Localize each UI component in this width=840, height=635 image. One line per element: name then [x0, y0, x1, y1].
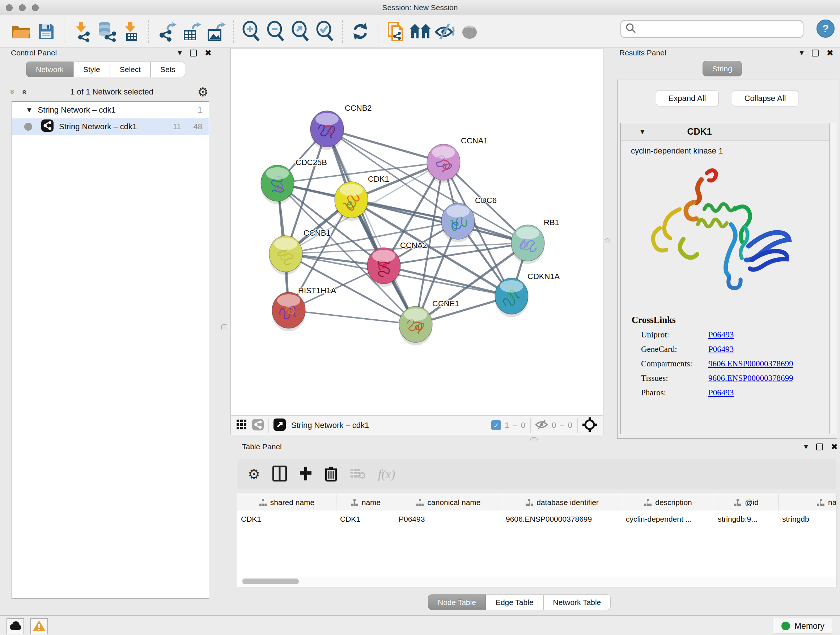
crosslink-tissues[interactable]: 9606.ENSP00000378699 [708, 374, 793, 383]
gene-expand-icon[interactable]: ▼ [640, 128, 645, 135]
duplicate-network-icon [386, 21, 405, 42]
zoom-window-button[interactable] [32, 4, 39, 11]
network-collection-row[interactable]: ▼ String Network – cdk1 1 [12, 102, 209, 119]
right-splitter-handle[interactable] [605, 238, 610, 243]
show-all-networks-button[interactable] [408, 19, 433, 44]
panel-menu-icon[interactable]: ▼ [804, 443, 808, 450]
birdseye-crosshair-icon[interactable] [582, 417, 597, 434]
export-table-button[interactable] [179, 19, 203, 44]
refresh-layout-button[interactable] [348, 19, 373, 44]
crosslink-pharos[interactable]: P06493 [708, 388, 734, 397]
cell-canonical-name[interactable]: P06493 [395, 511, 502, 527]
cell-name[interactable]: CDK1 [336, 511, 395, 527]
network-edge[interactable] [289, 310, 416, 325]
close-panel-icon[interactable]: ✖ [205, 49, 212, 57]
crosslink-genecard[interactable]: P06493 [708, 345, 734, 354]
crosslink-compartments[interactable]: 9606.ENSP00000378699 [708, 359, 793, 369]
node-label: CCNB1 [303, 228, 331, 238]
zoom-selected-icon [315, 21, 335, 42]
selected-checkbox-icon[interactable]: ✓ [491, 420, 501, 430]
left-splitter-handle[interactable] [221, 325, 227, 330]
float-panel-icon[interactable] [190, 50, 197, 57]
float-panel-icon[interactable] [816, 443, 823, 450]
cloud-status-button[interactable] [6, 618, 24, 634]
duplicate-network-button[interactable] [384, 19, 408, 44]
show-columns-icon[interactable] [272, 466, 287, 483]
panel-menu-icon[interactable]: ▼ [178, 50, 182, 56]
column-header-shared-name[interactable]: shared name [237, 494, 336, 511]
toolbar-separator [378, 20, 378, 43]
zoom-in-button[interactable] [239, 19, 264, 44]
column-header-canonical-name[interactable]: canonical name [395, 494, 502, 511]
network-share-icon[interactable] [252, 418, 264, 432]
import-network-database-button[interactable] [94, 19, 118, 44]
gene-section-header[interactable]: ▼ CDK1 [621, 123, 829, 141]
import-table-button[interactable] [118, 19, 143, 44]
table-horizontal-scrollbar[interactable] [242, 578, 836, 585]
minimize-window-button[interactable] [19, 4, 26, 11]
network-options-gear-icon[interactable]: ⚙ [197, 86, 208, 98]
collection-expand-icon[interactable]: ▼ [27, 107, 32, 113]
search-input[interactable] [621, 20, 804, 38]
show-hidden-button[interactable] [457, 19, 482, 44]
column-header-id[interactable]: @id [714, 494, 778, 511]
column-header-database-identifier[interactable]: database identifier [502, 494, 622, 511]
tab-select[interactable]: Select [110, 62, 150, 77]
cell-database-identifier[interactable]: 9606.ENSP00000378699 [502, 511, 622, 527]
expand-all-networks-icon[interactable]: » [19, 89, 29, 94]
import-network-file-button[interactable] [69, 19, 94, 44]
warnings-button[interactable] [30, 618, 48, 634]
export-network-button[interactable] [154, 19, 179, 44]
tab-style[interactable]: Style [73, 62, 110, 77]
column-header-name[interactable]: name [336, 494, 395, 511]
export-image-button[interactable] [203, 19, 228, 44]
window-controls [6, 4, 39, 11]
save-session-button[interactable] [34, 19, 58, 44]
cell-description[interactable]: cyclin-dependent ... [622, 511, 714, 527]
bottom-splitter-handle[interactable] [531, 437, 538, 441]
column-header-namespace[interactable]: namespac [778, 494, 836, 511]
network-view-title: String Network – cdk1 [291, 421, 369, 430]
zoom-fit-button[interactable] [288, 19, 313, 44]
column-header-description[interactable]: description [622, 494, 714, 511]
network-row[interactable]: String Network – cdk1 11 48 [12, 119, 209, 135]
close-panel-icon[interactable]: ✖ [831, 443, 838, 451]
help-button[interactable]: ? [816, 19, 835, 38]
open-session-button[interactable] [9, 19, 34, 44]
crosslink-label: GeneCard: [641, 345, 708, 354]
memory-button[interactable]: Memory [774, 618, 832, 634]
tab-node-table[interactable]: Node Table [428, 594, 486, 610]
add-column-icon[interactable] [299, 466, 312, 483]
cell-shared-name[interactable]: CDK1 [237, 511, 336, 527]
tab-sets[interactable]: Sets [150, 62, 185, 77]
hide-selected-button[interactable] [433, 19, 457, 44]
cell-namespace[interactable]: stringdb [778, 511, 836, 527]
expand-all-button[interactable]: Expand All [656, 90, 719, 106]
grid-view-icon[interactable] [236, 419, 248, 432]
network-edge[interactable] [327, 129, 416, 325]
close-panel-icon[interactable]: ✖ [827, 49, 834, 57]
collapse-all-networks-icon[interactable]: » [8, 89, 18, 94]
detach-view-icon[interactable] [273, 418, 286, 432]
zoom-out-button[interactable] [264, 19, 288, 44]
panel-menu-icon[interactable]: ▼ [799, 50, 804, 56]
tab-edge-table[interactable]: Edge Table [486, 594, 543, 610]
delete-column-trash-icon[interactable] [325, 466, 338, 483]
network-canvas[interactable]: CCNB2CCNA1CDC25BCDK1CDC6RB1CCNB1CCNA2CDK… [231, 49, 603, 415]
cell-id[interactable]: stringdb:9... [714, 511, 778, 527]
collapse-all-button[interactable]: Collapse All [732, 90, 799, 106]
close-window-button[interactable] [6, 4, 13, 11]
table-row[interactable]: CDK1 CDK1 P06493 9606.ENSP00000378699 cy… [237, 511, 836, 527]
export-image-icon [205, 21, 226, 42]
zoom-selected-button[interactable] [313, 19, 337, 44]
scrollbar-thumb[interactable] [242, 578, 299, 584]
tab-network[interactable]: Network [26, 62, 73, 77]
tab-string[interactable]: String [703, 61, 742, 76]
tab-network-table[interactable]: Network Table [543, 594, 611, 610]
hidden-eye-slash-icon[interactable] [535, 419, 548, 432]
float-panel-icon[interactable] [812, 50, 819, 57]
results-scrollbar[interactable] [831, 123, 836, 434]
network-edge[interactable] [327, 129, 444, 162]
crosslink-uniprot[interactable]: P06493 [708, 330, 734, 340]
table-options-gear-icon[interactable]: ⚙ [248, 467, 260, 481]
